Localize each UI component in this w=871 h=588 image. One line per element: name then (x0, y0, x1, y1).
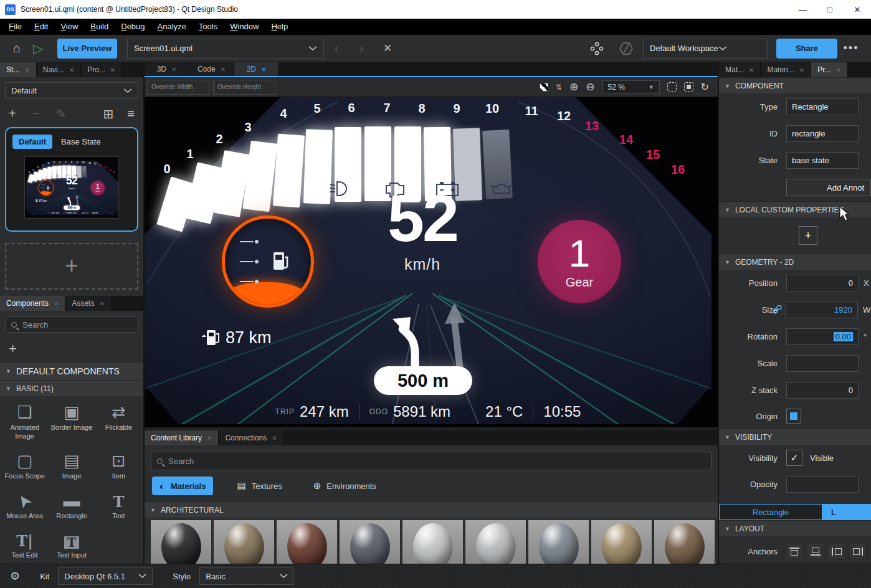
material-dark-asphalt[interactable] (151, 520, 211, 564)
design-canvas[interactable]: 012345678910111213141516 (145, 97, 718, 427)
material-concrete[interactable] (340, 520, 400, 564)
component-mouse-area[interactable]: ➤Mouse Area (1, 488, 48, 521)
fit-to-screen-icon[interactable] (667, 82, 677, 92)
section-local-custom-properties[interactable]: ▼ LOCAL CUSTOM PROPERTIES (719, 201, 871, 217)
close-icon[interactable]: ✕ (69, 67, 74, 74)
tab-3d[interactable]: 3D✕ (145, 62, 189, 76)
component-border-image[interactable]: ▣Border Image (48, 400, 95, 441)
run-icon[interactable]: ▷ (27, 41, 49, 56)
tab-components[interactable]: Components✕ (0, 296, 65, 311)
tab-pro[interactable]: Pro...✕ (81, 62, 122, 77)
section-basic[interactable]: ▼ BASIC (11) (0, 380, 143, 396)
opacity-field[interactable] (786, 476, 859, 493)
background-spinner-icon[interactable]: ⇅ (556, 83, 562, 92)
filter-materials[interactable]: ◐Materials (152, 477, 213, 495)
size-w-field[interactable]: 1920 (786, 301, 858, 318)
material-clear-glass[interactable] (402, 520, 463, 564)
tab-navi[interactable]: Navi...✕ (37, 62, 81, 77)
tab-connections[interactable]: Connections✕ (219, 430, 283, 445)
material-marble[interactable] (528, 520, 589, 564)
base-state-card[interactable]: Default Base State (5, 127, 138, 232)
origin-button[interactable] (786, 409, 801, 424)
zoom-selection-icon[interactable] (684, 82, 693, 92)
file-selector[interactable]: Screen01.ui.qml (127, 39, 324, 59)
remove-state-icon[interactable]: − (32, 107, 40, 121)
content-library-search-input[interactable] (168, 457, 705, 466)
list-view-icon[interactable]: ≡ (127, 107, 135, 121)
close-icon[interactable]: ✕ (54, 300, 59, 307)
settings-gear-icon[interactable]: ⚙ (10, 569, 20, 583)
menu-help[interactable]: Help (265, 19, 294, 35)
component-flickable[interactable]: ⇄Flickable (95, 400, 142, 441)
close-icon[interactable]: ✕ (835, 67, 840, 74)
close-icon[interactable]: ✕ (272, 435, 277, 442)
state-group-selector[interactable]: Default (5, 82, 138, 99)
subtab-rectangle[interactable]: Rectangle (719, 504, 822, 520)
menu-edit[interactable]: Edit (28, 19, 54, 35)
section-architectural[interactable]: ▼ ARCHITECTURAL (145, 501, 718, 518)
zoom-out-icon[interactable]: ⊖ (586, 80, 594, 93)
components-search[interactable] (5, 316, 138, 333)
style-selector[interactable]: Basic (199, 567, 294, 585)
close-icon[interactable]: ✕ (171, 66, 176, 73)
live-preview-button[interactable]: Live Preview (57, 39, 117, 59)
component-focus-scope[interactable]: ▢Focus Scope (1, 448, 48, 481)
component-animated-image[interactable]: ❏Animated Image (1, 400, 48, 441)
close-icon[interactable]: ✕ (99, 300, 104, 307)
tab-materi[interactable]: Materi...✕ (761, 62, 811, 77)
close-icon[interactable]: ✕ (799, 67, 804, 74)
close-document-icon[interactable]: ✕ (374, 42, 401, 55)
home-icon[interactable]: ⌂ (6, 41, 27, 55)
section-default-components[interactable]: ▼ DEFAULT COMPONENTS (0, 362, 143, 380)
visible-checkbox[interactable]: ✓ (786, 450, 802, 466)
component-text[interactable]: TText (95, 488, 142, 521)
material-light-wood[interactable] (591, 520, 652, 564)
section-layout[interactable]: ▼ LAYOUT (719, 520, 871, 536)
component-text-edit[interactable]: T|Text Edit (1, 528, 48, 560)
reset-view-icon[interactable]: ↻ (701, 81, 709, 93)
menu-debug[interactable]: Debug (115, 19, 151, 35)
link-icon[interactable] (773, 305, 782, 315)
forward-icon[interactable]: › (349, 41, 374, 55)
node-graph-icon[interactable] (589, 41, 604, 56)
annotation-disabled-icon[interactable] (618, 41, 634, 56)
anchor-left-icon[interactable] (829, 544, 844, 559)
tab-code[interactable]: Code✕ (189, 62, 234, 76)
components-search-input[interactable] (22, 320, 132, 330)
canvas-background-icon[interactable] (540, 83, 548, 92)
add-module-icon[interactable]: + (0, 338, 143, 362)
tab-pr[interactable]: Pr...✕ (811, 62, 848, 77)
menu-file[interactable]: File (2, 19, 28, 35)
id-field[interactable]: rectangle (786, 125, 859, 142)
state-thumbnail[interactable]: 012345678910111213141516 (24, 156, 119, 219)
workspace-selector[interactable]: Default Workspace (643, 39, 768, 59)
add-custom-property-button[interactable]: + (799, 226, 817, 245)
instrument-cluster[interactable]: 012345678910111213141516 (26, 161, 119, 215)
anchor-right-icon[interactable] (850, 544, 865, 559)
filter-textures[interactable]: ▤Textures (229, 477, 289, 495)
kit-selector[interactable]: Desktop Qt 6.5.1 (58, 567, 153, 585)
zoom-level-selector[interactable]: 52 % ▼ (602, 80, 660, 94)
share-button[interactable]: Share (776, 39, 837, 59)
component-image[interactable]: ▤Image (48, 448, 95, 481)
component-item[interactable]: ⊡Item (95, 448, 142, 481)
anchor-bottom-icon[interactable] (807, 544, 823, 559)
menu-analyze[interactable]: Analyze (151, 19, 193, 35)
more-options-icon[interactable]: ••• (837, 42, 865, 55)
menu-build[interactable]: Build (84, 19, 115, 35)
zoom-in-icon[interactable]: ⊕ (569, 80, 578, 93)
section-geometry-2d[interactable]: ▼ GEOMETRY - 2D (719, 254, 871, 270)
position-x-field[interactable]: 0 (786, 275, 859, 292)
content-library-search[interactable] (151, 452, 712, 470)
menu-window[interactable]: Window (224, 19, 265, 35)
minimize-button[interactable]: — (789, 0, 816, 19)
anchor-top-icon[interactable] (786, 544, 802, 559)
material-woven-wood[interactable] (654, 520, 715, 564)
section-visibility[interactable]: ▼ VISIBILITY (719, 429, 871, 445)
tab-st[interactable]: St...✕ (0, 62, 37, 77)
add-annotation-button[interactable]: Add Annot (786, 179, 871, 196)
tab-mat[interactable]: Mat...✕ (719, 62, 761, 77)
component-rectangle[interactable]: ▬Rectangle (48, 488, 95, 521)
close-icon[interactable]: ✕ (24, 67, 29, 74)
maximize-button[interactable]: □ (816, 0, 844, 19)
